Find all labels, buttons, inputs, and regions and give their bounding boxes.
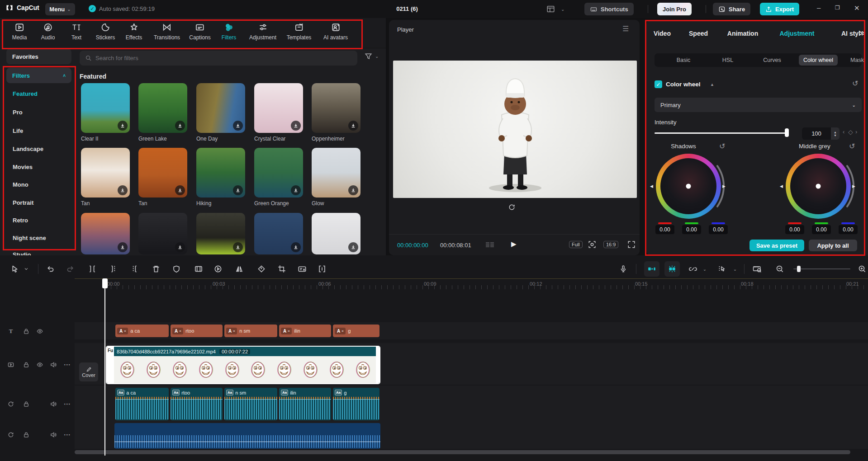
sidebar-item-night-scene[interactable]: Night scene bbox=[13, 235, 46, 241]
filter-thumbnail-partial-2[interactable] bbox=[196, 213, 245, 254]
download-icon[interactable] bbox=[118, 121, 128, 131]
text-segment[interactable]: A≡g bbox=[333, 325, 379, 337]
tab-media[interactable]: Media bbox=[12, 22, 27, 41]
more-options-icon[interactable]: ⋯ bbox=[64, 361, 71, 369]
filter-thumbnail-one-day-2[interactable] bbox=[196, 83, 245, 133]
filter-thumbnail-clear-ii-0[interactable] bbox=[81, 83, 130, 133]
collapse-triangle-icon[interactable]: ▲ bbox=[710, 82, 714, 87]
save-preset-button[interactable]: Save as preset bbox=[749, 240, 804, 251]
subtab-mask[interactable]: Mask bbox=[846, 55, 868, 66]
playhead-line[interactable] bbox=[104, 279, 105, 456]
layout-icon[interactable] bbox=[546, 5, 555, 13]
text-segment[interactable]: A≡n sm bbox=[224, 325, 277, 337]
audio-segment[interactable]: Aailin bbox=[279, 388, 331, 420]
middle-grey-r-value[interactable]: 0.00 bbox=[785, 225, 804, 234]
right-tab-video[interactable]: Video bbox=[654, 30, 671, 37]
filter-thumbnail-tan-0[interactable] bbox=[81, 148, 130, 198]
subtab-basic[interactable]: Basic bbox=[672, 55, 695, 66]
join-pro-button[interactable]: Join Pro bbox=[657, 3, 692, 15]
layout-dropdown-icon[interactable]: ⌄ bbox=[561, 7, 564, 12]
middle-grey-g-value[interactable]: 0.00 bbox=[812, 225, 831, 234]
extract-audio-icon[interactable] bbox=[318, 265, 327, 273]
download-icon[interactable] bbox=[348, 242, 358, 252]
player-menu-icon[interactable]: ☰ bbox=[622, 24, 629, 33]
select-tool-icon[interactable] bbox=[11, 265, 19, 273]
playhead-handle[interactable] bbox=[102, 278, 108, 288]
video-preview[interactable] bbox=[393, 61, 637, 198]
subtab-color-wheel[interactable]: Color wheel bbox=[799, 55, 838, 66]
shadows-g-value[interactable]: 0.00 bbox=[682, 225, 701, 234]
shadows-b-value[interactable]: 0.00 bbox=[709, 225, 728, 234]
rotate-preview-icon[interactable] bbox=[508, 203, 516, 211]
speed-icon[interactable] bbox=[214, 265, 223, 273]
lock-icon[interactable] bbox=[23, 401, 30, 408]
timeline-ruler[interactable]: 00:0000:0300:0600:0900:1200:1500:1800:21 bbox=[75, 278, 868, 291]
speaker-icon[interactable] bbox=[50, 432, 57, 438]
crop-icon[interactable] bbox=[278, 265, 286, 273]
mirror-icon[interactable] bbox=[235, 265, 244, 273]
intensity-stepper[interactable]: ▲▼ bbox=[831, 127, 840, 140]
more-options-icon[interactable]: ⋯ bbox=[64, 400, 71, 408]
wheel-center-dot[interactable] bbox=[816, 184, 821, 189]
chevron-down-icon[interactable]: ⌄ bbox=[733, 267, 737, 272]
cover-button[interactable]: Cover bbox=[79, 362, 98, 381]
subtab-curves[interactable]: Curves bbox=[759, 55, 786, 66]
audio-segment[interactable]: Aaa ca bbox=[115, 388, 169, 420]
sidebar-item-movies[interactable]: Movies bbox=[13, 164, 33, 170]
chevrons-right-icon[interactable]: ≫ bbox=[859, 29, 866, 37]
redo-icon[interactable] bbox=[66, 265, 75, 273]
download-icon[interactable] bbox=[118, 242, 128, 252]
shortcuts-button[interactable]: Shortcuts bbox=[584, 3, 634, 15]
clip-icon[interactable] bbox=[7, 362, 14, 368]
keyframe-next-icon[interactable]: › bbox=[855, 128, 857, 135]
music-clip[interactable] bbox=[114, 423, 380, 449]
right-tab-animation[interactable]: Animation bbox=[727, 30, 758, 37]
download-icon[interactable] bbox=[348, 121, 358, 131]
tool-dropdown-icon[interactable] bbox=[24, 266, 29, 272]
delete-icon[interactable] bbox=[152, 265, 161, 273]
color-wheel-checkbox[interactable]: ✓ bbox=[655, 80, 662, 88]
sync-icon[interactable] bbox=[8, 401, 14, 408]
keyframe-diamond-icon[interactable]: ◇ bbox=[848, 128, 853, 136]
sidebar-item-favorites[interactable]: Favorites bbox=[6, 49, 71, 64]
preview-quality-icon[interactable] bbox=[753, 265, 762, 273]
filter-thumbnail-hiking-2[interactable] bbox=[196, 148, 245, 198]
rotate-icon[interactable] bbox=[257, 265, 266, 273]
undo-icon[interactable] bbox=[46, 265, 55, 273]
menu-button[interactable]: Menu ⌄ bbox=[45, 3, 75, 15]
shadows-r-value[interactable]: 0.00 bbox=[655, 225, 674, 234]
filter-thumbnail-partial-1[interactable] bbox=[138, 213, 187, 254]
zoom-slider[interactable] bbox=[793, 268, 850, 269]
sidebar-item-portrait[interactable]: Portrait bbox=[13, 199, 33, 206]
apply-all-button[interactable]: Apply to all bbox=[809, 240, 857, 251]
eye-icon[interactable] bbox=[36, 328, 43, 335]
keyframe-prev-icon[interactable]: ‹ bbox=[843, 128, 844, 135]
text-track-icon[interactable]: T bbox=[9, 328, 13, 335]
text-segment[interactable]: A≡a ca bbox=[115, 325, 169, 337]
sync-icon[interactable] bbox=[8, 432, 14, 438]
trim-left-icon[interactable] bbox=[109, 265, 118, 273]
download-icon[interactable] bbox=[175, 242, 185, 252]
download-icon[interactable] bbox=[118, 185, 128, 195]
wheel-left-arrow-icon[interactable]: ◀ bbox=[780, 184, 783, 188]
zoom-in-icon[interactable] bbox=[858, 265, 867, 273]
sidebar-item-retro[interactable]: Retro bbox=[13, 217, 28, 224]
intensity-slider-thumb[interactable] bbox=[785, 128, 789, 137]
filter-thumbnail-partial-3[interactable] bbox=[254, 213, 303, 254]
search-bar[interactable]: Search for filters bbox=[80, 51, 357, 66]
download-icon[interactable] bbox=[291, 185, 301, 195]
frame-view-icon[interactable] bbox=[485, 241, 495, 249]
sidebar-item-mono[interactable]: Mono bbox=[13, 181, 28, 188]
close-button[interactable]: ✕ bbox=[854, 4, 860, 12]
horizontal-scrollbar[interactable] bbox=[75, 450, 850, 454]
tab-filters[interactable]: Filters bbox=[222, 22, 237, 41]
filter-dropdown-icon[interactable]: ⌄ bbox=[375, 54, 379, 59]
audio-segment[interactable]: Aartoo bbox=[171, 388, 223, 420]
filter-thumbnail-oppenheimer-4[interactable] bbox=[312, 83, 360, 133]
intensity-value[interactable]: 100 bbox=[802, 127, 831, 140]
full-toggle[interactable]: Full bbox=[569, 241, 583, 248]
ratio-toggle[interactable]: 16:9 bbox=[603, 241, 618, 248]
download-icon[interactable] bbox=[348, 185, 358, 195]
right-tab-ai-styl[interactable]: AI styl bbox=[841, 30, 860, 37]
sidebar-item-pro[interactable]: Pro bbox=[13, 109, 23, 116]
